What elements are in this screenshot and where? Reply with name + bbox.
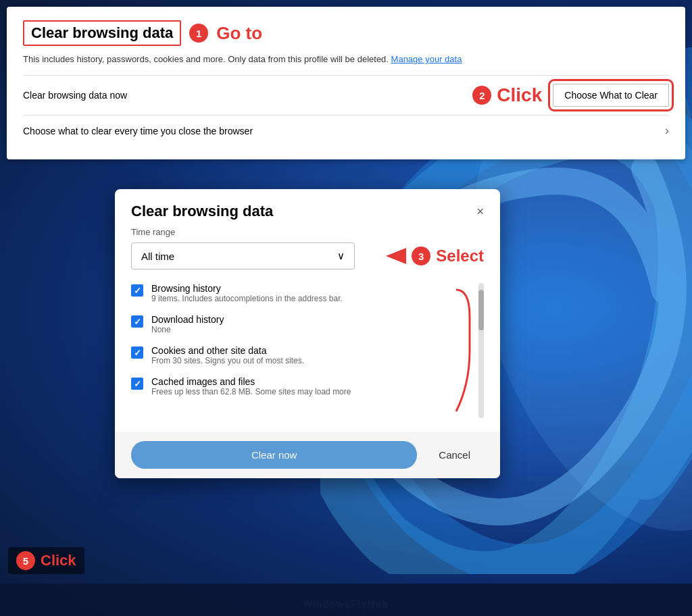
dialog-title: Clear browsing data: [131, 203, 273, 220]
chevron-right-icon: ›: [665, 124, 669, 138]
checkbox-title: Cached images and files: [151, 376, 351, 387]
download-history-checkbox[interactable]: ✓: [131, 315, 143, 328]
tick-annotation-area: [453, 283, 484, 418]
checkbox-content: Cookies and other site data From 30 site…: [151, 345, 304, 365]
scrollbar[interactable]: [478, 283, 484, 418]
panel-title-box: Clear browsing data: [23, 20, 181, 46]
dialog-body: Time range All time ∨ 3 Select ✓: [115, 227, 500, 432]
time-range-row: All time ∨ 3 Select: [131, 242, 484, 270]
cancel-button[interactable]: Cancel: [425, 441, 484, 469]
time-range-label: Time range: [131, 227, 484, 237]
checkbox-desc: None: [151, 325, 224, 334]
check-icon: ✓: [134, 317, 141, 327]
clear-browsing-label: Clear browsing data now: [23, 90, 127, 101]
list-item: ✓ Cookies and other site data From 30 si…: [131, 345, 453, 365]
step2-badge: 2: [472, 86, 491, 105]
taskbar: [0, 584, 692, 616]
dialog-footer: Clear now Cancel: [115, 432, 500, 478]
list-item: ✓ Browsing history 9 items. Includes aut…: [131, 283, 453, 303]
step3-badge: 3: [412, 247, 430, 265]
step3-step: 3 Select: [412, 247, 484, 265]
check-icon: ✓: [134, 348, 141, 358]
clear-browsing-row: Clear browsing data now 2 Click Choose W…: [23, 75, 669, 115]
panel-title: Clear browsing data: [31, 24, 173, 41]
step5-badge: 5: [16, 551, 35, 570]
step2-label: Click: [497, 84, 542, 106]
checkbox-title: Cookies and other site data: [151, 345, 304, 356]
checkbox-title: Browsing history: [151, 283, 343, 294]
checkbox-title: Download history: [151, 314, 224, 325]
checkbox-desc: 9 items. Includes autocompletions in the…: [151, 294, 343, 303]
clear-on-close-row[interactable]: Choose what to clear every time you clos…: [23, 115, 669, 146]
step3-annotation: 3 Select: [366, 247, 484, 265]
panel-header: Clear browsing data 1 Go to: [23, 20, 669, 46]
dialog-close-button[interactable]: ×: [476, 205, 484, 217]
clear-browsing-dialog: Clear browsing data × Time range All tim…: [115, 189, 500, 478]
cookies-checkbox[interactable]: ✓: [131, 346, 143, 359]
step2-annotation: 2 Click: [472, 84, 542, 106]
browsing-history-checkbox[interactable]: ✓: [131, 284, 143, 297]
step1-label: Go to: [216, 23, 262, 44]
list-item: ✓ Cached images and files Frees up less …: [131, 376, 453, 396]
browser-panel: Clear browsing data 1 Go to This include…: [7, 7, 685, 159]
step3-label: Select: [436, 247, 484, 265]
checkbox-content: Browsing history 9 items. Includes autoc…: [151, 283, 343, 303]
step5-annotation: 5 Click: [8, 547, 84, 574]
choose-btn-wrapper: 2 Click Choose What to Clear: [472, 84, 669, 107]
time-range-value: All time: [141, 251, 174, 262]
tick-brace-icon: [453, 283, 473, 418]
list-item: ✓ Download history None: [131, 314, 453, 334]
checkbox-list-wrapper: ✓ Browsing history 9 items. Includes aut…: [131, 283, 453, 418]
check-icon: ✓: [134, 286, 141, 296]
checkbox-list: ✓ Browsing history 9 items. Includes aut…: [131, 283, 453, 396]
cached-images-checkbox[interactable]: ✓: [131, 378, 143, 390]
checkbox-desc: Frees up less than 62.8 MB. Some sites m…: [151, 387, 351, 396]
panel-description: This includes history, passwords, cookie…: [23, 54, 669, 64]
manage-link[interactable]: Manage your data: [391, 54, 462, 64]
checkbox-content: Cached images and files Frees up less th…: [151, 376, 351, 396]
step1-badge: 1: [189, 24, 208, 43]
scrollbar-thumb[interactable]: [478, 290, 484, 330]
dropdown-chevron-icon: ∨: [337, 250, 345, 262]
clear-now-button[interactable]: Clear now: [131, 441, 417, 469]
dialog-scroll-area: ✓ Browsing history 9 items. Includes aut…: [131, 283, 484, 418]
time-range-select[interactable]: All time ∨: [131, 242, 355, 270]
clear-on-close-label: Choose what to clear every time you clos…: [23, 126, 253, 136]
dialog-titlebar: Clear browsing data ×: [115, 189, 500, 227]
choose-what-to-clear-button[interactable]: Choose What to Clear: [553, 84, 669, 107]
checkbox-content: Download history None: [151, 314, 224, 334]
checkbox-desc: From 30 sites. Signs you out of most sit…: [151, 356, 304, 365]
step5-label: Click: [41, 552, 76, 569]
red-arrow-icon: [366, 248, 406, 264]
check-icon: ✓: [134, 379, 141, 389]
